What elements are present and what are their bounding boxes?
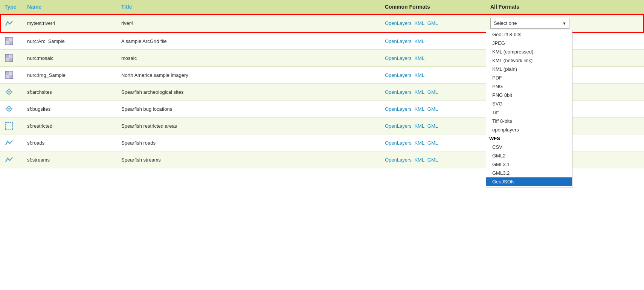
format-select[interactable]: Select one [490, 18, 569, 29]
svg-rect-2 [9, 41, 13, 45]
main-container: Type Name Title Common Formats All Forma… [0, 0, 644, 290]
table-row[interactable]: mytest:river4river4OpenLayers KML GMLSel… [0, 14, 644, 33]
format-link[interactable]: OpenLayers [385, 72, 412, 78]
common-formats-cell[interactable]: OpenLayers KML GML [380, 151, 486, 168]
dropdown-item[interactable]: PNG 8bit [486, 91, 572, 99]
dropdown-item[interactable]: PNG [486, 82, 572, 91]
format-link[interactable]: GML [427, 157, 438, 163]
svg-point-33 [5, 128, 6, 130]
format-link[interactable]: GML [427, 140, 438, 146]
format-link[interactable]: KML [414, 89, 424, 95]
title-cell: Spearfish roads [117, 134, 380, 151]
type-cell [0, 14, 23, 33]
type-cell [0, 118, 23, 134]
format-link[interactable]: KML [414, 20, 424, 26]
dropdown-item[interactable]: GeoJSON [486, 177, 572, 186]
layers-table: Type Name Title Common Formats All Forma… [0, 0, 644, 168]
common-formats-cell[interactable]: OpenLayers KML GML [380, 14, 486, 33]
header-name: Name [23, 0, 117, 14]
dropdown-item[interactable]: GML3.1 [486, 160, 572, 169]
svg-rect-16 [9, 75, 13, 79]
dropdown-item[interactable]: Tiff 8-bits [486, 117, 572, 125]
format-link[interactable]: OpenLayers [385, 106, 412, 112]
format-link[interactable]: OpenLayers [385, 157, 412, 163]
svg-rect-4 [9, 37, 13, 41]
format-link[interactable]: GML [427, 89, 438, 95]
common-formats-cell[interactable]: OpenLayers KML [380, 67, 486, 84]
svg-rect-1 [5, 37, 9, 41]
format-link[interactable]: KML [414, 106, 424, 112]
format-link[interactable]: KML [414, 38, 424, 44]
format-link[interactable]: GML [427, 123, 438, 129]
format-link[interactable]: KML [414, 123, 424, 129]
dropdown-item[interactable]: SVG [486, 99, 572, 108]
dropdown-item[interactable]: KML [486, 186, 572, 188]
format-link[interactable]: KML [414, 140, 424, 146]
svg-rect-29 [6, 122, 12, 129]
table-body: mytest:river4river4OpenLayers KML GMLSel… [0, 14, 644, 168]
svg-rect-11 [9, 54, 13, 58]
type-cell [0, 67, 23, 84]
format-link[interactable]: OpenLayers [385, 123, 412, 129]
title-cell: mosaic [117, 50, 380, 67]
svg-point-31 [12, 122, 13, 123]
type-cell [0, 134, 23, 151]
dropdown-item[interactable]: GeoTiff 8-bits [486, 30, 572, 39]
format-link[interactable]: OpenLayers [385, 55, 412, 61]
dropdown-item[interactable]: CSV [486, 143, 572, 151]
common-formats-cell[interactable]: OpenLayers KML GML [380, 134, 486, 151]
dropdown-item[interactable]: GML2 [486, 151, 572, 160]
dropdown-item[interactable]: Tiff [486, 108, 572, 117]
name-cell: sf:bugsites [23, 101, 117, 118]
type-cell [0, 33, 23, 50]
select-wrapper: Select one▼ [490, 18, 569, 29]
type-cell [0, 50, 23, 67]
title-cell: Spearfish streams [117, 151, 380, 168]
header-all-formats: All Formats [486, 0, 644, 14]
format-link[interactable]: OpenLayers [385, 89, 412, 95]
title-cell: North America sample imagery [117, 67, 380, 84]
dropdown-item[interactable]: openplayers [486, 125, 572, 134]
common-formats-cell[interactable]: OpenLayers KML [380, 33, 486, 50]
format-link[interactable]: KML [414, 72, 424, 78]
dropdown-item[interactable]: KML (network link) [486, 56, 572, 65]
table-header-row: Type Name Title Common Formats All Forma… [0, 0, 644, 14]
dropdown-item[interactable]: KML (compressed) [486, 47, 572, 56]
dropdown-item[interactable]: GML3.2 [486, 169, 572, 177]
name-cell: nurc:mosaic [23, 50, 117, 67]
dropdown-item[interactable]: JPEG [486, 39, 572, 47]
name-cell: sf:restricted [23, 118, 117, 134]
format-link[interactable]: OpenLayers [385, 20, 412, 26]
all-formats-cell[interactable]: Select one▼GeoTiff 8-bitsJPEGKML (compre… [486, 14, 644, 33]
name-cell: sf:roads [23, 134, 117, 151]
dropdown-item[interactable]: KML (plain) [486, 65, 572, 73]
svg-rect-17 [5, 75, 9, 79]
header-common-formats: Common Formats [380, 0, 486, 14]
format-link[interactable]: KML [414, 55, 424, 61]
svg-rect-10 [5, 58, 9, 62]
format-link[interactable]: GML [427, 20, 438, 26]
svg-rect-18 [9, 71, 13, 75]
format-link[interactable]: KML [414, 157, 424, 163]
common-formats-cell[interactable]: OpenLayers KML [380, 50, 486, 67]
common-formats-cell[interactable]: OpenLayers KML GML [380, 118, 486, 134]
svg-rect-9 [9, 58, 13, 62]
dropdown-item[interactable]: PDF [486, 73, 572, 82]
title-cell: Spearfish restricted areas [117, 118, 380, 134]
common-formats-cell[interactable]: OpenLayers KML GML [380, 101, 486, 118]
title-cell: Spearfish bug locations [117, 101, 380, 118]
format-link[interactable]: GML [427, 106, 438, 112]
common-formats-cell[interactable]: OpenLayers KML GML [380, 84, 486, 101]
dropdown-panel[interactable]: GeoTiff 8-bitsJPEGKML (compressed)KML (n… [486, 30, 572, 188]
type-cell [0, 151, 23, 168]
name-cell: mytest:river4 [23, 14, 117, 33]
title-cell: Spearfish archeological sites [117, 84, 380, 101]
name-cell: sf:archsites [23, 84, 117, 101]
svg-point-32 [12, 128, 13, 130]
svg-rect-15 [5, 71, 9, 75]
type-cell [0, 101, 23, 118]
title-cell: A sample ArcGrid file [117, 33, 380, 50]
format-link[interactable]: OpenLayers [385, 38, 412, 44]
format-link[interactable]: OpenLayers [385, 140, 412, 146]
svg-rect-3 [5, 41, 9, 45]
